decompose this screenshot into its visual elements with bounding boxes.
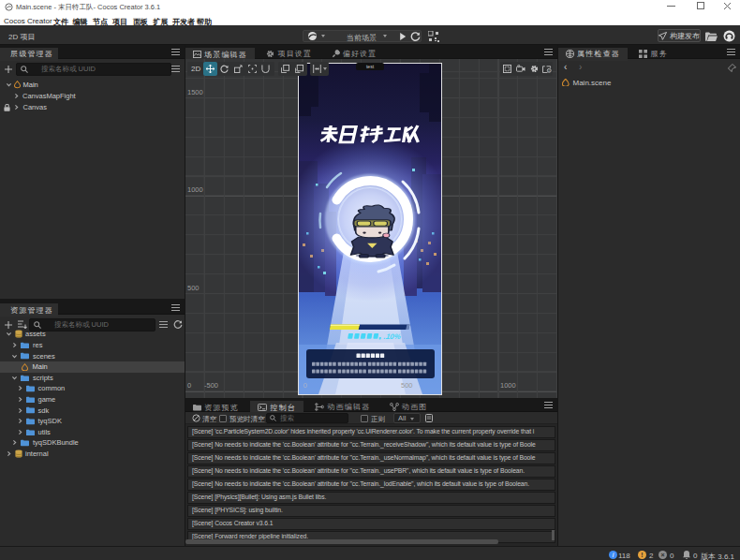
svg-text:.10%: .10% [383,332,402,341]
svg-text:0: 0 [548,69,550,73]
